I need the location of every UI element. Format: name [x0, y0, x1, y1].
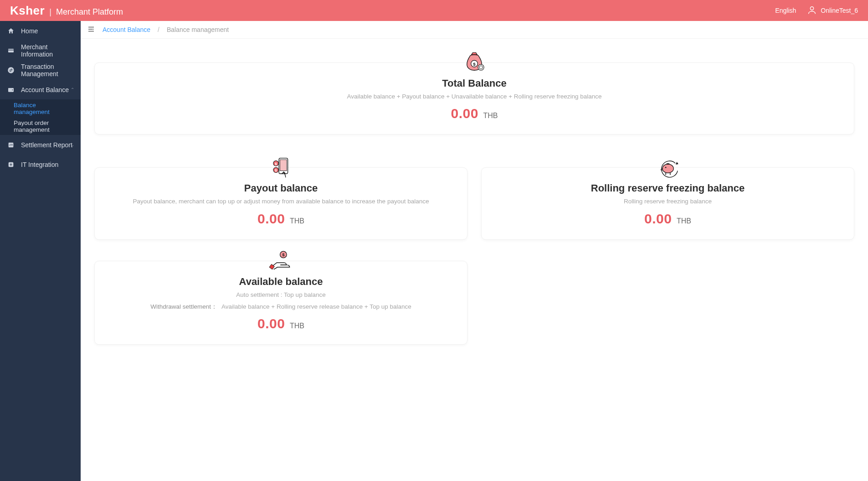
user-menu[interactable]: OnlineTest_6: [807, 5, 858, 16]
sidebar-item-label: Merchant Information: [21, 43, 73, 58]
svg-point-5: [12, 89, 13, 90]
breadcrumb-current: Balance management: [167, 26, 229, 33]
card-rolling-reserve: Rolling reserve freezing balance Rolling…: [481, 167, 854, 239]
amount-value: 0.00: [644, 211, 672, 226]
sidebar-item-transaction[interactable]: Transaction Management: [0, 60, 81, 80]
sidebar-item-account-balance[interactable]: Account Balance ⌃: [0, 80, 81, 99]
chevron-down-icon: ⌄: [71, 142, 74, 147]
svg-point-19: [665, 167, 666, 168]
sidebar-item-merchant-info[interactable]: Merchant Information: [0, 41, 81, 60]
desc-value: Available balance + Rolling reserve rele…: [221, 303, 411, 310]
sidebar-item-label: Transaction Management: [21, 63, 73, 78]
card-description: Payout balance, merchant can top up or a…: [108, 197, 454, 206]
amount-currency: THB: [290, 217, 304, 225]
card-description: Rolling reserve freezing balance: [494, 197, 841, 206]
amount-currency: THB: [677, 217, 691, 225]
sidebar-item-home[interactable]: Home: [0, 21, 81, 41]
sidebar-item-label: Home: [21, 27, 38, 35]
main: Account Balance / Balance management $: [81, 21, 868, 481]
chevron-up-icon: ⌃: [71, 87, 74, 92]
svg-rect-13: [280, 160, 287, 171]
card-description: Available balance + Payout balance + Una…: [108, 92, 841, 101]
svg-text:$: $: [275, 168, 277, 172]
breadcrumb-separator: /: [158, 26, 159, 33]
card-amount: 0.00 THB: [108, 106, 841, 121]
card-amount: 0.00 THB: [108, 316, 454, 331]
svg-point-18: [662, 164, 673, 173]
svg-point-0: [811, 6, 814, 10]
card-title: Payout balance: [108, 182, 454, 194]
card-available-balance: $ Available balance Auto settlement : To…: [94, 261, 467, 345]
sidebar-item-label: Balance management: [14, 102, 73, 115]
sidebar-item-label: Account Balance: [21, 86, 69, 93]
svg-rect-20: [666, 164, 669, 165]
sidebar-subitem-payout-order[interactable]: Payout order management: [0, 117, 81, 135]
piggy-bank-icon: [656, 156, 680, 180]
breadcrumb-bar: Account Balance / Balance management: [81, 21, 868, 39]
username-label: OnlineTest_6: [821, 7, 858, 14]
sidebar-toggle-icon[interactable]: [87, 25, 95, 35]
card-title: Rolling reserve freezing balance: [494, 182, 841, 194]
amount-currency: THB: [483, 112, 498, 119]
user-icon: [807, 5, 817, 16]
plus-box-icon: [7, 161, 15, 168]
sidebar-item-label: IT Integration: [21, 161, 58, 168]
row-two: $ $ Payout balance Payout balance, merch…: [94, 155, 854, 239]
sidebar-item-settlement-report[interactable]: Settlement Report ⌄: [0, 135, 81, 155]
language-switcher[interactable]: English: [775, 7, 796, 14]
card-payout-balance: $ $ Payout balance Payout balance, merch…: [94, 167, 467, 239]
card-title: Total Balance: [108, 78, 841, 89]
amount-currency: THB: [290, 322, 304, 330]
breadcrumb-parent[interactable]: Account Balance: [103, 26, 150, 33]
sidebar: Home Merchant Information Transaction Ma…: [0, 21, 81, 481]
phone-pay-icon: $ $: [269, 156, 293, 180]
sidebar-item-label: Settlement Report: [21, 141, 72, 149]
brand-logo: Ksher: [10, 4, 45, 18]
money-bag-icon: $: [462, 51, 486, 75]
sidebar-item-label: Payout order management: [14, 119, 73, 133]
content: $ Total Balance Available balance + Payo…: [81, 39, 868, 481]
brand-separator: |: [49, 7, 51, 17]
topbar-right: English OnlineTest_6: [775, 5, 858, 16]
report-icon: [7, 141, 15, 149]
row-one: $ Available balance Auto settlement : To…: [94, 261, 467, 345]
swap-icon: [7, 67, 15, 74]
svg-rect-1: [8, 49, 14, 52]
card-description-line1: Auto settlement : Top up balance: [108, 290, 454, 300]
card-icon: [7, 47, 15, 54]
home-icon: [7, 27, 15, 35]
card-description-line2: Withdrawal settlement： Available balance…: [108, 302, 454, 311]
card-amount: 0.00 THB: [494, 211, 841, 227]
svg-text:$: $: [282, 252, 284, 257]
card-amount: 0.00 THB: [108, 211, 454, 227]
amount-value: 0.00: [257, 211, 285, 226]
desc-label: Withdrawal settlement：: [150, 303, 217, 310]
amount-value: 0.00: [451, 106, 478, 121]
brand: Ksher | Merchant Platform: [10, 4, 123, 18]
wallet-icon: [7, 86, 15, 93]
sidebar-subitem-balance-management[interactable]: Balance management: [0, 99, 81, 117]
card-total-balance: $ Total Balance Available balance + Payo…: [94, 62, 854, 134]
amount-value: 0.00: [257, 316, 285, 331]
svg-point-3: [8, 67, 14, 73]
sidebar-item-it-integration[interactable]: IT Integration: [0, 155, 81, 174]
svg-text:$: $: [473, 62, 476, 67]
svg-text:$: $: [275, 162, 277, 166]
hand-coin-icon: $: [269, 249, 293, 273]
topbar: Ksher | Merchant Platform English Online…: [0, 0, 868, 21]
brand-subtitle: Merchant Platform: [56, 7, 123, 17]
svg-point-11: [479, 66, 483, 69]
card-title: Available balance: [108, 276, 454, 288]
svg-rect-2: [8, 50, 14, 50]
